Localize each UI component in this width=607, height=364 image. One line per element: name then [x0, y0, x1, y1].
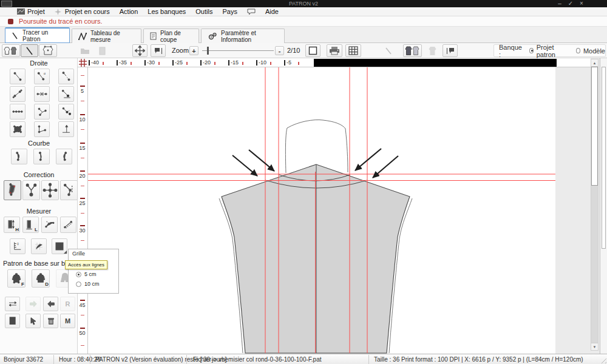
patterns-button[interactable]	[2, 44, 20, 57]
radio-projet-patron[interactable]	[529, 48, 534, 53]
page-view-button[interactable]	[305, 44, 320, 57]
pattern-canvas[interactable]	[88, 67, 555, 354]
tool-multi-point-line-button[interactable]	[10, 104, 25, 120]
tab-plan-de-coupe[interactable]: Plan de coupe	[143, 29, 199, 43]
tool-segment-points-button[interactable]	[10, 86, 25, 102]
menu-bar: ProjetProjet en coursActionLes banquesOu…	[0, 7, 607, 16]
tab-tableau-de-mesure[interactable]: Tableau de mesure	[72, 29, 141, 43]
tool-m-button[interactable]: M	[60, 314, 75, 328]
zoom-slider-track[interactable]	[202, 50, 274, 51]
zoom-slider-thumb[interactable]	[207, 47, 209, 55]
garment-pair-button[interactable]	[403, 44, 422, 57]
menu-item-outils[interactable]: Outils	[195, 8, 212, 15]
menu-item-pays[interactable]: Pays	[222, 8, 237, 15]
tool-perpendicular-corner-button[interactable]	[58, 121, 74, 137]
tool-buste-back-button[interactable]: D	[32, 269, 50, 288]
maximize-button[interactable]: ✓	[566, 0, 575, 7]
scroll-down-icon[interactable]: ▼	[591, 343, 598, 350]
tool-measure-oblique-button[interactable]	[60, 217, 76, 233]
line-tool-button[interactable]	[21, 44, 38, 57]
fork-lines-icon	[36, 106, 47, 117]
close-button[interactable]: ×	[577, 0, 586, 7]
scroll-thumb[interactable]	[591, 67, 598, 186]
banque-group: Banque : Projet patron Modèle	[493, 44, 606, 57]
tool-perpendicular-drop-button[interactable]	[58, 86, 74, 102]
radio-5cm[interactable]	[76, 272, 81, 277]
tool-ruler-button[interactable]: 0	[10, 238, 25, 254]
ruler-grid-icon[interactable]	[79, 59, 87, 67]
annotation-button[interactable]	[151, 44, 166, 57]
minimize-button[interactable]: –	[555, 0, 564, 7]
tool-measure-curve-button[interactable]	[41, 217, 58, 233]
zoom-out-button[interactable]: -	[275, 46, 284, 55]
tool-back-button[interactable]	[43, 297, 58, 311]
tool-straighten-button[interactable]	[60, 180, 78, 200]
menu-item-les-banques[interactable]: Les banques	[148, 8, 186, 15]
grille-option-5cm[interactable]: 5 cm	[76, 271, 97, 277]
tab-parametre-et-information[interactable]: Paramètre et Information	[201, 29, 285, 43]
tool-trash-button[interactable]	[43, 314, 58, 328]
pen-disabled-icon	[381, 44, 396, 57]
tool-fork-lines-button[interactable]	[34, 104, 50, 120]
cut-segment-icon	[36, 89, 47, 99]
tool-curve-concave-button[interactable]	[11, 149, 27, 164]
branch-dashed-icon	[61, 106, 72, 117]
radio-10cm[interactable]	[76, 281, 81, 287]
tool-grid-button[interactable]	[52, 238, 67, 254]
main-toolbar: Zoom + - 2/10 Banque : Projet patro	[0, 43, 607, 58]
tool-measure-length-button[interactable]: L	[22, 217, 39, 233]
comment-button[interactable]	[443, 44, 458, 57]
section-label: Correction	[0, 171, 78, 178]
canvas-vertical-scrollbar[interactable]: ▲ ▼	[591, 59, 599, 351]
measure-oblique-icon	[63, 219, 74, 231]
segment-angle-icon: α	[36, 71, 47, 82]
scroll-up-icon[interactable]: ▲	[591, 59, 598, 67]
tool-segment-angle-button[interactable]: α	[34, 69, 50, 84]
tool-corner-angle-button[interactable]	[34, 121, 50, 137]
tool-measure-height-button[interactable]: H	[4, 217, 20, 233]
grid-toggle-button[interactable]	[345, 44, 361, 57]
window-scrollbar[interactable]	[600, 58, 607, 354]
tool-segment-button[interactable]	[10, 69, 25, 84]
tool-frame-button[interactable]	[5, 314, 20, 328]
grille-option-10cm[interactable]: 10 cm	[76, 281, 100, 287]
radio-modele[interactable]	[576, 48, 580, 53]
tool-swap-button[interactable]	[5, 297, 20, 311]
tool-contour-edit-button[interactable]	[4, 180, 21, 200]
menu-item-projet-en-cours[interactable]: Projet en cours	[55, 8, 110, 15]
banque-label: Banque :	[499, 44, 522, 58]
menu-item-action[interactable]: Action	[120, 8, 138, 15]
swap-icon	[8, 299, 18, 309]
window-scroll-thumb[interactable]	[602, 67, 606, 249]
tool-curve-pivot-button[interactable]	[33, 149, 50, 164]
print-button[interactable]	[327, 44, 342, 57]
pan-move-button[interactable]	[132, 44, 148, 57]
zoom-in-button[interactable]: +	[189, 46, 198, 55]
curve-grid-icon	[33, 241, 44, 252]
folder-icon	[78, 44, 92, 57]
tab-tracer-un-patron[interactable]: Tracer un Patron	[5, 27, 70, 43]
tool-move-point-button[interactable]	[41, 180, 59, 200]
resize-grip[interactable]	[599, 356, 606, 363]
tool-segment-dashed-button[interactable]	[58, 69, 74, 84]
forward-icon	[29, 299, 38, 309]
menu-item-aide[interactable]: Aide	[265, 8, 279, 15]
pattern-points-button[interactable]	[39, 44, 57, 57]
tool-buste-front-button[interactable]: F	[7, 269, 25, 288]
title-bar: PATRON v2 – ✓ ×	[0, 0, 607, 7]
tool-cut-segment-button[interactable]	[34, 86, 50, 102]
section-label: Droite	[0, 59, 78, 67]
svg-text:0: 0	[17, 243, 19, 246]
tool-rectangle-tool-button[interactable]	[10, 121, 25, 137]
tool-join-points-button[interactable]	[22, 180, 40, 200]
ruler-icon: 0	[12, 241, 23, 252]
menu-item-projet[interactable]: Projet	[17, 8, 45, 15]
window-title: PATRON v2	[0, 1, 607, 7]
tool-curve-convex-button[interactable]	[56, 149, 72, 164]
tool-branch-dashed-button[interactable]	[58, 104, 74, 120]
status-message: Poursuite du tracé en cours.	[19, 18, 103, 25]
section-label: Mesurer	[0, 207, 78, 215]
tool-curve-grid-button[interactable]	[31, 238, 47, 254]
status-hour: Hour : 08:40:26	[59, 356, 101, 363]
tool-pointer-button[interactable]	[25, 314, 41, 328]
